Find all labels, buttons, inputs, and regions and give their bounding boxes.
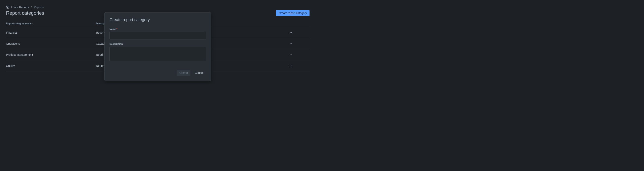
modal-overlay: Create report category Name* Description… — [0, 0, 316, 84]
name-field-label-text: Name — [110, 28, 116, 30]
description-textarea[interactable] — [110, 47, 206, 61]
cancel-button[interactable]: Cancel — [192, 70, 206, 76]
create-category-modal: Create report category Name* Description… — [104, 12, 211, 81]
name-input[interactable] — [110, 32, 206, 40]
description-field-label: Description — [110, 43, 206, 46]
name-field-label: Name* — [110, 28, 206, 30]
modal-title: Create report category — [110, 18, 206, 22]
required-indicator: * — [116, 28, 118, 30]
create-button[interactable]: Create — [177, 70, 190, 76]
